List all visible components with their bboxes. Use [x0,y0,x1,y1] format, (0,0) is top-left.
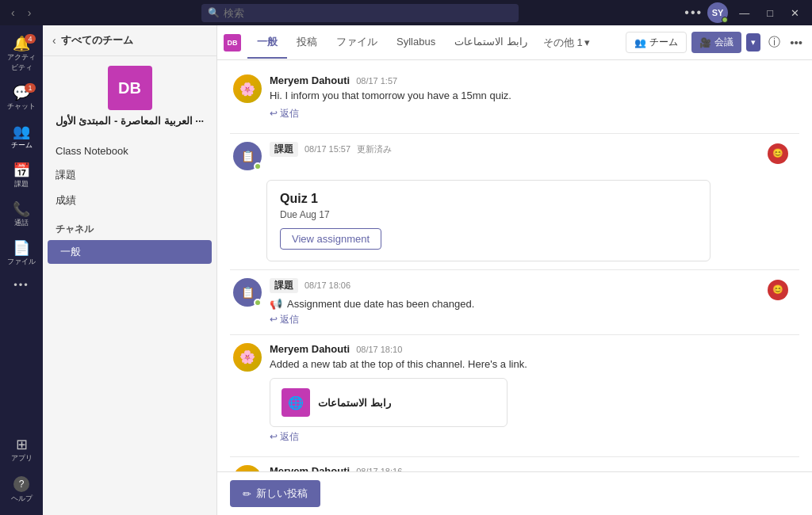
assignment-row: 📋 課題 08/17 15:57 更新済み [230,137,799,175]
title-bar: ‹ › 🔍 ••• SY — □ ✕ [0,0,812,25]
assignment-card: Quiz 1 Due Aug 17 View assignment [266,180,710,261]
system-message-row: 📋 課題 08/17 18:06 📢 Assignment due date h… [230,273,799,331]
meet-button[interactable]: 🎥 会議 [691,32,741,53]
apps-icon: ⊞ [16,437,28,452]
rail-item-teams[interactable]: 👥 チーム [2,120,40,155]
rail-item-help[interactable]: ? ヘルプ [2,471,40,509]
sidebar-channel-general[interactable]: 一般 [48,240,212,264]
tab-general[interactable]: 一般 [247,27,287,59]
back-to-teams-button[interactable]: ‹ [52,34,56,47]
chevron-down-icon: ▾ [584,36,590,48]
rail-item-chat[interactable]: 💬 1 チャット [2,81,40,116]
more-icon: ••• [13,280,29,290]
compose-bar: ✏ 新しい投稿 [217,471,812,515]
compose-icon: ✏ [243,488,251,500]
link-reply-button[interactable]: ↩ 返信 [270,430,299,444]
rail-item-apps[interactable]: ⊞ アプリ [2,433,40,468]
assignment-due: Due Aug 17 [280,209,697,220]
title-bar-right: ••• SY — □ ✕ [684,2,806,23]
tab-syllabus[interactable]: Syllabus [387,28,445,57]
team-icon: 👥 [634,37,646,48]
forward-button[interactable]: › [23,5,36,21]
tab-bar: DB 一般 投稿 ファイル Syllabus رابط الاستماعات そ… [217,25,812,60]
assignment-title: Quiz 1 [280,192,697,206]
search-input[interactable] [201,4,519,22]
sidebar-item-assignments[interactable]: 課題 [43,162,216,188]
avatar-meryem-1: 🌸 [233,74,262,103]
files-icon: 📄 [13,241,30,255]
reaction-badge-2[interactable]: 😊 [768,280,788,300]
back-button[interactable]: ‹ [6,5,20,21]
help-icon: ? [13,476,29,492]
team-avatar: DB [108,66,152,110]
message-group-link: 🌸 Meryem Dahouti 08/17 18:10 Added a new… [230,338,799,449]
rail-item-activity[interactable]: 🔔 4 アクティビティ [2,32,40,78]
calls-icon: 📞 [13,202,30,216]
sidebar: ‹ すべてのチーム DB العربية المعاصرة - المبتدئ … [43,25,217,515]
link-card[interactable]: 🌐 رابط الاستماعات [270,378,508,427]
link-icon: 🌐 [282,388,310,417]
sidebar-item-grades[interactable]: 成績 [43,188,216,213]
rail-item-more[interactable]: ••• [2,275,40,295]
icon-rail: 🔔 4 アクティビティ 💬 1 チャット 👥 チーム 📅 課題 📞 通話 📄 フ… [0,25,43,515]
sidebar-item-notebook[interactable]: Class Notebook [43,139,216,162]
system-reply-button[interactable]: ↩ 返信 [270,313,299,326]
avatar[interactable]: SY [707,2,728,23]
teams-icon: 👥 [13,124,30,139]
assignments-icon: 📅 [13,163,30,177]
rail-item-files[interactable]: 📄 ファイル [2,236,40,272]
tab-more[interactable]: その他 1 ▾ [537,28,596,58]
message-group-partial: 🌸 Meryem Dahouti 08/17 18:16 [230,460,799,471]
message-body-partial: Meryem Dahouti 08/17 18:16 [270,465,796,471]
tab-listening[interactable]: رابط الاستماعات [445,28,537,57]
message-header: Meryem Dahouti 08/17 1:57 [270,74,796,86]
megaphone-icon: 📢 [270,298,282,310]
link-title: رابط الاستماعات [318,397,391,409]
system-time: 08/17 18:06 [304,280,350,290]
reply-button[interactable]: ↩ 返信 [270,107,299,120]
meet-caret-button[interactable]: ▾ [746,33,760,52]
message-header-link: Meryem Dahouti 08/17 18:10 [270,343,796,355]
system-tag: 課題 [270,278,298,293]
rail-item-calls[interactable]: 📞 通話 [2,197,40,233]
sidebar-header: ‹ すべてのチーム [43,25,216,56]
reaction-badge-1[interactable]: 😊 [768,143,788,164]
options-button[interactable]: ••• [787,32,806,52]
tab-files[interactable]: ファイル [327,27,387,59]
channel-avatar: DB [224,34,241,52]
sidebar-nav: Class Notebook 課題 成績 [43,136,216,216]
presence-dot [254,162,262,170]
more-options-button[interactable]: ••• [684,6,703,20]
view-assignment-button[interactable]: View assignment [280,228,381,250]
new-post-button[interactable]: ✏ 新しい投稿 [230,480,320,507]
close-button[interactable]: ✕ [784,6,806,21]
system-body: 課題 08/17 18:06 📢 Assignment due date has… [270,278,796,326]
title-bar-left: ‹ › [6,5,36,21]
presence-dot [722,17,728,23]
info-button[interactable]: ⓘ [765,32,783,53]
sender-name-4: Meryem Dahouti [270,343,350,355]
nav-buttons: ‹ › [6,5,36,21]
assignment-wrapper: 📋 課題 08/17 15:57 更新済み Quiz 1 Due Aug 17 [230,137,799,266]
message-group: 🌸 Meryem Dahouti 08/17 1:57 Hi. I inform… [230,70,799,125]
sender-name-5: Meryem Dahouti [270,465,350,471]
channels-label: チャネル [43,216,216,239]
message-text-4: Added a new tab at the top of this chann… [270,357,796,372]
message-time: 08/17 1:57 [356,76,397,86]
tab-bar-icons: ⓘ ••• [765,32,806,53]
message-body-link: Meryem Dahouti 08/17 18:10 Added a new t… [270,343,796,444]
rail-item-assignments[interactable]: 📅 課題 [2,158,40,194]
minimize-button[interactable]: — [733,6,756,21]
app-body: 🔔 4 アクティビティ 💬 1 チャット 👥 チーム 📅 課題 📞 通話 📄 フ… [0,25,812,515]
message-text: Hi. I inform you that tomorrow you have … [270,88,796,104]
team-button[interactable]: 👥 チーム [626,32,687,53]
message-body: Meryem Dahouti 08/17 1:57 Hi. I inform y… [270,74,796,120]
message-header-partial: Meryem Dahouti 08/17 18:16 [270,465,796,471]
system-header: 課題 08/17 18:06 [270,278,796,293]
maximize-button[interactable]: □ [760,6,779,21]
avatar-meryem-5: 🌸 [233,465,262,471]
tab-bar-right: 👥 チーム 🎥 会議 ▾ ⓘ ••• [626,32,806,53]
message-time-4: 08/17 18:10 [356,345,402,354]
video-icon: 🎥 [699,37,711,48]
tab-posts[interactable]: 投稿 [287,27,327,59]
